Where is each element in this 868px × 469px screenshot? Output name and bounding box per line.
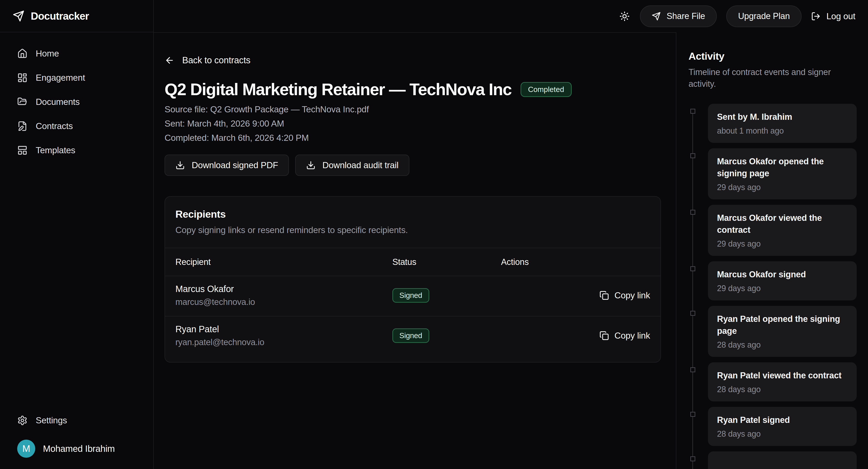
copy-link-button[interactable]: Copy link — [501, 331, 650, 341]
sidebar-item-documents[interactable]: Documents — [7, 91, 146, 113]
event-time: about 1 month ago — [717, 126, 848, 136]
timeline-marker-icon — [690, 412, 695, 417]
logout-icon — [811, 11, 820, 21]
timeline-event: Marcus Okafor opened the signing page 29… — [708, 148, 857, 199]
timeline-event: Marcus Okafor viewed the contract 29 day… — [708, 205, 857, 256]
theme-toggle-button[interactable] — [619, 10, 630, 22]
sidebar-nav: Home Engagement Documents Contracts Temp… — [0, 32, 153, 409]
copy-link-label: Copy link — [614, 290, 650, 301]
timeline-event: Ryan Patel viewed the contract 28 days a… — [708, 362, 857, 401]
recipient-name: Ryan Patel — [176, 324, 393, 334]
status-cell: Signed — [393, 329, 501, 343]
app-logo: Docutracker — [0, 0, 153, 32]
sidebar: Docutracker Home Engagement Documents Co… — [0, 0, 154, 469]
table-row-wrap: Ryan Patel ryan.patel@technova.io Signed… — [165, 316, 660, 362]
copy-icon — [599, 331, 609, 340]
download-icon — [306, 160, 315, 170]
back-link-label: Back to contracts — [182, 55, 250, 65]
topbar: Share File Upgrade Plan Log out — [154, 0, 868, 32]
download-signed-pdf-label: Download signed PDF — [192, 160, 278, 170]
page-title: Q2 Digital Marketing Retainer — TechNova… — [164, 80, 512, 99]
recipients-card-header: Recipients Copy signing links or resend … — [165, 197, 660, 248]
copy-link-button[interactable]: Copy link — [501, 290, 650, 301]
sidebar-item-label: Documents — [36, 97, 80, 107]
sidebar-item-label: Settings — [36, 415, 67, 426]
table-row: Marcus Okafor marcus@technova.io Signed … — [165, 276, 660, 316]
document-actions: Download signed PDF Download audit trail — [164, 155, 661, 176]
recipient-name: Marcus Okafor — [176, 284, 393, 294]
back-to-contracts-link[interactable]: Back to contracts — [164, 55, 250, 65]
activity-title: Activity — [688, 51, 857, 62]
dashboard-icon — [17, 72, 28, 83]
timeline-marker-icon — [690, 153, 695, 158]
meta-sent: Sent: March 4th, 2026 9:00 AM — [164, 118, 661, 129]
sidebar-item-home[interactable]: Home — [7, 42, 146, 65]
event-title: Ryan Patel opened the signing page — [717, 313, 848, 337]
upgrade-plan-button[interactable]: Upgrade Plan — [726, 5, 802, 27]
recipients-title: Recipients — [176, 209, 650, 220]
recipients-subtitle: Copy signing links or resend reminders t… — [176, 225, 650, 235]
signed-badge: Signed — [393, 288, 429, 303]
event-time: 28 days ago — [717, 340, 848, 350]
event-title: Marcus Okafor opened the signing page — [717, 156, 848, 180]
timeline-event: Ryan Patel signed 28 days ago — [708, 407, 857, 446]
column-header-recipient: Recipient — [176, 257, 393, 267]
table-row: Ryan Patel ryan.patel@technova.io Signed… — [165, 316, 660, 356]
activity-subtitle: Timeline of contract events and signer a… — [688, 66, 851, 90]
timeline-marker-icon — [690, 210, 695, 215]
status-badge: Completed — [521, 82, 572, 97]
event-title: Marcus Okafor viewed the contract — [717, 212, 848, 236]
timeline-marker-icon — [690, 109, 695, 114]
arrow-left-icon — [164, 55, 175, 65]
activity-timeline: Sent by M. Ibrahim about 1 month ago Mar… — [688, 104, 857, 469]
logout-button[interactable]: Log out — [811, 11, 855, 21]
meta-source-file: Source file: Q2 Growth Package — TechNov… — [164, 104, 661, 115]
event-time: 29 days ago — [717, 183, 848, 192]
sidebar-item-engagement[interactable]: Engagement — [7, 67, 146, 89]
status-cell: Signed — [393, 288, 501, 303]
sidebar-item-label: Home — [36, 49, 59, 59]
column-header-actions: Actions — [501, 257, 650, 267]
app-name: Docutracker — [31, 10, 89, 22]
content-column: Share File Upgrade Plan Log out Back to … — [154, 0, 868, 469]
paper-plane-icon — [13, 10, 24, 22]
timeline-event: Ryan Patel opened the signing page 28 da… — [708, 306, 857, 357]
sidebar-item-contracts[interactable]: Contracts — [7, 115, 146, 137]
contract-meta: Source file: Q2 Growth Package — TechNov… — [164, 104, 661, 143]
sidebar-item-label: Contracts — [36, 121, 73, 131]
event-title: Sent by M. Ibrahim — [717, 111, 848, 123]
event-time: 28 days ago — [717, 385, 848, 394]
timeline-marker-icon — [690, 266, 695, 271]
event-title: Marcus Okafor signed — [717, 269, 848, 281]
sidebar-item-settings[interactable]: Settings — [7, 409, 146, 432]
meta-completed: Completed: March 6th, 2026 4:20 PM — [164, 132, 661, 143]
recipient-cell: Marcus Okafor marcus@technova.io — [176, 284, 393, 307]
timeline-event: Sent by M. Ibrahim about 1 month ago — [708, 104, 857, 143]
download-icon — [176, 160, 185, 170]
user-name: Mohamed Ibrahim — [43, 444, 115, 454]
timeline-marker-icon — [690, 456, 695, 461]
recipient-cell: Ryan Patel ryan.patel@technova.io — [176, 324, 393, 347]
timeline-event-partial — [708, 451, 857, 469]
logout-label: Log out — [827, 11, 855, 21]
main-content: Back to contracts Q2 Digital Marketing R… — [154, 32, 676, 469]
download-signed-pdf-button[interactable]: Download signed PDF — [164, 155, 289, 176]
recipients-card: Recipients Copy signing links or resend … — [164, 196, 661, 363]
share-file-label: Share File — [666, 11, 705, 21]
gear-icon — [17, 415, 28, 426]
folder-open-icon — [17, 97, 28, 107]
column-header-status: Status — [393, 257, 501, 267]
user-profile[interactable]: M Mohamed Ibrahim — [7, 435, 146, 462]
sun-icon — [619, 11, 630, 22]
sidebar-bottom: Settings M Mohamed Ibrahim — [0, 409, 153, 469]
sidebar-item-templates[interactable]: Templates — [7, 139, 146, 161]
home-icon — [17, 49, 28, 59]
avatar: M — [17, 440, 35, 458]
download-audit-trail-label: Download audit trail — [322, 160, 399, 170]
share-file-button[interactable]: Share File — [640, 5, 717, 27]
download-audit-trail-button[interactable]: Download audit trail — [295, 155, 409, 176]
send-icon — [652, 12, 661, 21]
title-row: Q2 Digital Marketing Retainer — TechNova… — [164, 80, 661, 99]
event-title: Ryan Patel signed — [717, 414, 848, 426]
upgrade-plan-label: Upgrade Plan — [738, 11, 790, 21]
